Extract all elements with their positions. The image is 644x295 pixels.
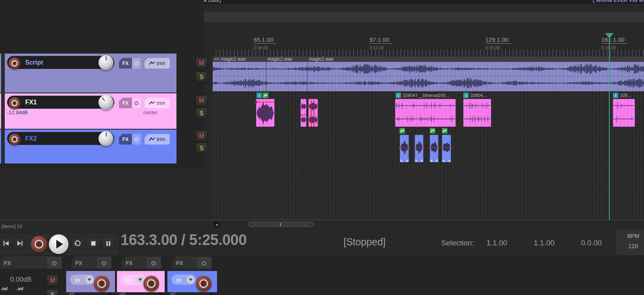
track3-volume-knob[interactable] [98,131,113,146]
selection-start-value[interactable]: 1.1.00 [486,239,507,247]
mixer-strip-fx2[interactable]: in [167,271,217,292]
play-button[interactable] [49,234,69,254]
item-info-badge[interactable]: i [463,93,469,98]
track3-fx-button[interactable]: FX [119,134,141,145]
bpm-value[interactable]: 120 [628,243,638,249]
fx-power-button[interactable] [196,257,212,269]
input-selector[interactable]: in [121,275,145,285]
track1-trim-button[interactable]: trim [145,58,170,69]
track2-mute-button[interactable]: M [195,95,208,106]
fx-power-button[interactable] [146,257,161,269]
item-envelope-badge[interactable] [442,128,447,134]
playhead-marker-icon[interactable] [605,33,614,38]
mixer-fx-strip-3[interactable]: FX [172,257,212,269]
transport-position-display[interactable]: 163.3.00 / 5:25.000 [121,232,247,249]
fx1-item-1[interactable] [256,99,275,127]
item-info-badge[interactable]: i [256,93,262,98]
strip-record-arm-button[interactable] [94,276,109,291]
go-to-end-button[interactable] [14,237,25,249]
track2-header[interactable]: FX1 FX trim -12.84dB center [5,93,176,129]
strip-record-arm-button[interactable] [196,276,212,291]
track1-fx-label: FX [119,58,132,69]
fx2-item-4[interactable] [442,135,451,162]
fx-power-button[interactable] [96,257,111,269]
transport-status: [Stopped] [343,236,386,248]
track2-fx-button[interactable]: FX [119,98,141,108]
track3-fx-power-icon[interactable] [132,134,141,145]
mixer-strip-script[interactable]: in [66,271,115,292]
track1-volume-knob[interactable] [98,55,113,70]
item-info-badge[interactable]: i [613,93,618,98]
input-selector[interactable]: in [70,275,95,285]
playhead-line[interactable] [609,33,610,220]
mixer-fx-strip-master[interactable]: FX [0,257,62,269]
fx-power-button[interactable] [46,257,62,269]
track3-header[interactable]: FX2 FX trim [5,130,176,163]
fx1-item-2[interactable] [301,99,306,127]
track2-record-arm-button[interactable] [9,97,20,109]
fx-strip-label: FX [176,260,196,266]
mixer-strip-fx1[interactable]: in [117,271,165,292]
panel-divider [3,54,4,163]
track2-trim-button[interactable]: trim [145,98,170,108]
track3-mute-button[interactable]: M [195,130,208,142]
track1-fx-button[interactable]: FX [119,58,141,69]
track2-volume-knob[interactable] [98,95,113,110]
track1-solo-button[interactable]: S [195,71,208,83]
mixer-fx-strip-1[interactable]: FX [71,257,111,269]
selection-length-value[interactable]: 0.0.00 [581,239,602,247]
track2-volume-readout[interactable]: -12.84dB [7,109,28,115]
scroll-left-button[interactable]: ◀ [213,221,220,228]
track1-mute-button[interactable]: M [195,58,208,69]
scrollbar-thumb[interactable] [280,223,281,226]
track1-record-arm-button[interactable] [9,58,20,69]
pause-button[interactable] [102,237,115,249]
scrollbar-end-cap [251,224,252,225]
track2-fx-power-icon[interactable] [132,98,141,108]
input-dropdown-icon[interactable] [187,276,195,284]
fx2-item-2[interactable] [415,135,423,162]
master-meter-right: -inf [17,286,23,291]
audio-item-magic2[interactable] [213,62,644,91]
track1-fx-power-icon[interactable] [132,58,141,69]
fx2-item-3[interactable] [430,135,438,162]
stop-button[interactable] [87,237,100,249]
track3-trim-button[interactable]: trim [145,134,170,145]
track3-color-strip [0,130,1,163]
envelope-icon [149,61,155,65]
input-dropdown-icon[interactable] [136,276,144,284]
fader-handle[interactable] [159,292,161,295]
fader-handle[interactable] [210,292,212,295]
record-button[interactable] [31,236,47,252]
track1-header[interactable]: Script FX trim [5,54,176,93]
fx1-item-5[interactable] [463,99,491,127]
item-envelope-badge[interactable] [430,128,435,134]
item-envelope-badge[interactable] [263,93,268,98]
master-volume-readout[interactable]: 0.00dB [10,276,32,284]
fx1-item-4[interactable] [395,99,456,127]
mixer-fx-strip-2[interactable]: FX [122,257,161,269]
input-selector[interactable]: in [171,275,196,285]
input-dropdown-icon[interactable] [85,276,93,284]
track2-pan-readout[interactable]: center [143,109,158,115]
fx2-item-1[interactable] [400,135,409,162]
fader-handle[interactable] [109,292,111,295]
input-label: in [126,276,131,283]
item-envelope-badge[interactable] [399,128,405,134]
track2-solo-button[interactable]: S [195,108,208,119]
track2-name: FX1 [25,99,37,106]
item-info-badge[interactable]: i [395,93,401,98]
strip-record-arm-button[interactable] [143,276,159,291]
repeat-button[interactable] [71,237,84,249]
fx1-item-3[interactable] [308,99,318,127]
master-mute-button[interactable]: M [46,275,59,286]
bpm-box[interactable]: BPM 120 [616,230,644,255]
horizontal-scrollbar[interactable] [248,222,314,227]
track3-solo-button[interactable]: S [195,143,208,154]
fx1-item-6[interactable] [613,99,635,127]
track3-fx-label: FX [119,134,132,145]
track3-record-arm-button[interactable] [9,134,20,145]
master-solo-button[interactable]: S [46,289,59,295]
selection-end-value[interactable]: 1.1.00 [534,239,555,247]
go-to-start-button[interactable] [1,237,12,249]
